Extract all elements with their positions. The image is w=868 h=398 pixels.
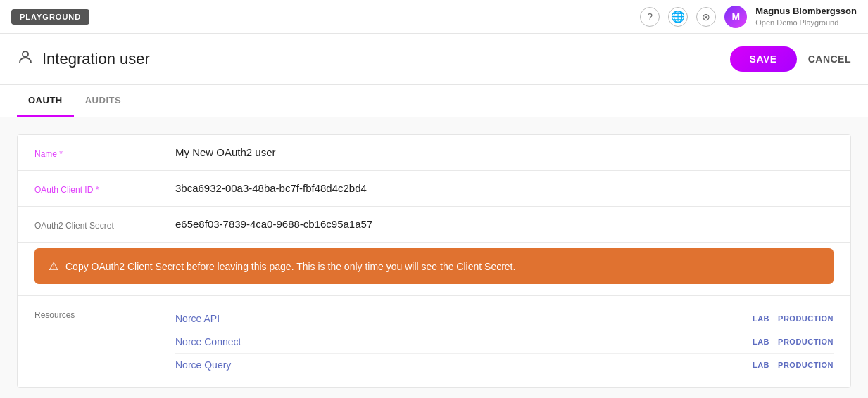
- norce-connect-production-badge[interactable]: PRODUCTION: [778, 338, 834, 346]
- resource-badges: LAB PRODUCTION: [753, 314, 834, 323]
- warning-icon: ⚠: [49, 259, 58, 273]
- tab-audits[interactable]: AUDITS: [74, 85, 132, 117]
- user-info: Magnus Blombergsson Open Demo Playground: [755, 6, 857, 27]
- top-nav: PLAYGROUND ? 🌐 ⊗ M Magnus Blombergsson O…: [0, 0, 868, 34]
- name-label: Name *: [34, 146, 175, 159]
- globe-icon[interactable]: 🌐: [668, 7, 688, 27]
- nav-right: ? 🌐 ⊗ M Magnus Blombergsson Open Demo Pl…: [640, 6, 857, 28]
- page-header: Integration user SAVE CANCEL: [0, 34, 868, 85]
- form-section: Name * My New OAuth2 user OAuth Client I…: [17, 134, 851, 388]
- cancel-button[interactable]: CANCEL: [808, 53, 851, 65]
- list-item: Norce API LAB PRODUCTION: [175, 307, 834, 330]
- header-actions: SAVE CANCEL: [730, 46, 851, 72]
- content: Name * My New OAuth2 user OAuth Client I…: [0, 117, 868, 398]
- list-item: Norce Connect LAB PRODUCTION: [175, 330, 834, 354]
- client-secret-label: OAuth2 Client Secret: [34, 218, 175, 231]
- playground-badge: PLAYGROUND: [11, 9, 89, 25]
- resources-list: Norce API LAB PRODUCTION Norce Connect L…: [175, 307, 834, 376]
- norce-api-production-badge[interactable]: PRODUCTION: [778, 314, 834, 323]
- resource-badges: LAB PRODUCTION: [753, 338, 834, 346]
- tabs: OAUTH AUDITS: [17, 85, 851, 117]
- norce-api-lab-badge[interactable]: LAB: [753, 314, 769, 323]
- norce-query-lab-badge[interactable]: LAB: [753, 361, 769, 369]
- client-secret-row: OAuth2 Client Secret e65e8f03-7839-4ca0-…: [18, 207, 850, 243]
- name-row: Name * My New OAuth2 user: [18, 135, 850, 171]
- resources-row: Resources Norce API LAB PRODUCTION Norce…: [18, 295, 850, 387]
- warning-text: Copy OAuth2 Client Secret before leaving…: [65, 261, 515, 272]
- client-id-label: OAuth Client ID *: [34, 182, 175, 195]
- name-value: My New OAuth2 user: [175, 146, 834, 159]
- user-icon: [17, 49, 34, 70]
- norce-api-link[interactable]: Norce API: [175, 313, 220, 324]
- page-title: Integration user: [42, 50, 150, 68]
- norce-connect-lab-badge[interactable]: LAB: [753, 338, 769, 346]
- resources-label: Resources: [34, 307, 175, 376]
- tab-oauth[interactable]: OAUTH: [17, 85, 74, 117]
- norce-query-link[interactable]: Norce Query: [175, 359, 231, 371]
- settings-icon[interactable]: ⊗: [696, 7, 716, 27]
- norce-connect-link[interactable]: Norce Connect: [175, 336, 241, 347]
- help-icon[interactable]: ?: [640, 7, 660, 27]
- avatar: M: [724, 6, 747, 28]
- warning-box: ⚠ Copy OAuth2 Client Secret before leavi…: [34, 248, 834, 284]
- save-button[interactable]: SAVE: [730, 46, 797, 72]
- user-name: Magnus Blombergsson: [755, 6, 857, 18]
- resource-badges: LAB PRODUCTION: [753, 361, 834, 369]
- norce-query-production-badge[interactable]: PRODUCTION: [778, 361, 834, 369]
- page-title-area: Integration user: [17, 49, 150, 70]
- user-sub: Open Demo Playground: [755, 18, 857, 27]
- tabs-area: OAUTH AUDITS: [0, 85, 868, 117]
- client-secret-value: e65e8f03-7839-4ca0-9688-cb16c95a1a57: [175, 218, 834, 231]
- client-id-row: OAuth Client ID * 3bca6932-00a3-48ba-bc7…: [18, 171, 850, 207]
- svg-point-0: [23, 51, 28, 57]
- list-item: Norce Query LAB PRODUCTION: [175, 354, 834, 376]
- client-id-value: 3bca6932-00a3-48ba-bc7f-fbf48d4c2bd4: [175, 182, 834, 195]
